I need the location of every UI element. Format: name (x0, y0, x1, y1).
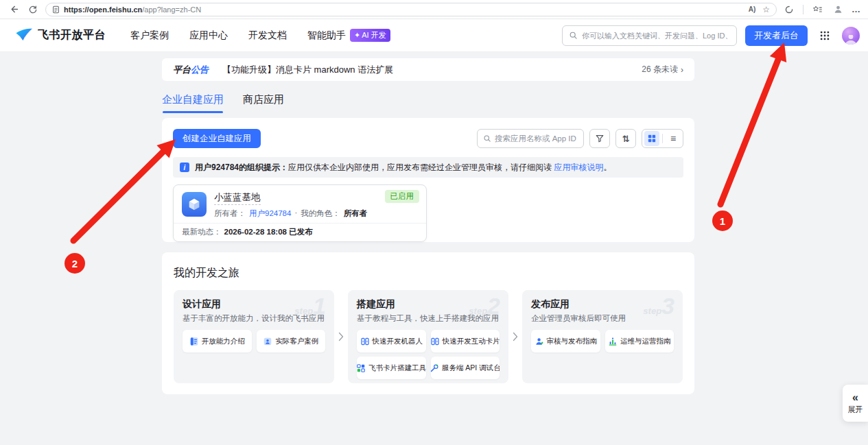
audit-publish-button[interactable]: 审核与发布指南 (531, 330, 600, 352)
svg-text:2: 2 (72, 258, 78, 269)
app-search-input[interactable] (495, 134, 578, 143)
apps-grid-icon[interactable] (816, 27, 834, 45)
svg-text:1: 1 (720, 215, 725, 227)
site-header: 飞书开放平台 客户案例 应用中心 开发文档 智能助手 ✦AI 开发 开发者后台 (0, 19, 868, 52)
sparkle-icon: ✦ (354, 31, 360, 40)
app-list-panel: 创建企业自建应用 ⇅ ≡ i 用户924784的组织提示：应用仅供本 (162, 118, 694, 242)
favorites-hub-icon[interactable] (810, 3, 824, 16)
app-meta: 所有者：用户924784·我的角色：所有者 (214, 208, 367, 219)
app-icon (182, 192, 207, 217)
address-bar[interactable]: https://open.feishu.cn/app?lang=zh-CN A)… (45, 3, 777, 16)
search-icon (483, 134, 491, 143)
search-icon (569, 31, 578, 40)
step-card-publish: step3 发布应用 企业管理员审核后即可使用 审核与发布指南 运维与运营指南 (522, 290, 683, 383)
announcement-tag: 平台公告 (173, 64, 209, 76)
app-card[interactable]: 小蓝蓝基地 所有者：用户924784·我的角色：所有者 已启用 最新动态：202… (173, 184, 427, 242)
feishu-logo-icon (15, 27, 33, 44)
browser-profile-icon[interactable] (831, 3, 845, 16)
doc-icon (189, 337, 199, 346)
grid-view-icon (648, 134, 656, 143)
nav-item-dev-docs[interactable]: 开发文档 (248, 29, 287, 42)
list-view-button[interactable]: ≡ (666, 131, 681, 146)
annotation-badge-1: 1 (712, 211, 733, 231)
create-app-button[interactable]: 创建企业自建应用 (173, 129, 261, 148)
app-activity: 最新动态：2026-02-28 18:08 已发布 (174, 224, 426, 241)
unread-count-link[interactable]: 26 条未读› (642, 64, 683, 75)
brand-logo[interactable]: 飞书开放平台 (15, 27, 106, 44)
step-title: 搭建应用 (357, 298, 500, 311)
tab-store-apps[interactable]: 商店应用 (243, 93, 284, 113)
step-title: 设计应用 (183, 298, 325, 311)
app-type-tabs: 企业自建应用 商店应用 (162, 93, 284, 113)
status-badge: 已启用 (385, 190, 420, 203)
grid-view-button[interactable] (644, 131, 659, 146)
bot-icon (360, 337, 370, 346)
favorite-star-icon[interactable]: ☆ (762, 5, 770, 14)
step-card-design: step1 设计应用 基于丰富的开放能力，设计我的飞书应用 开放能力介绍 实际客… (174, 290, 334, 383)
step-desc: 企业管理员审核后即可使用 (531, 313, 674, 324)
developer-console-button[interactable]: 开发者后台 (745, 25, 808, 46)
audit-person-icon (535, 337, 544, 346)
ops-guide-button[interactable]: 运维与运营指南 (605, 330, 675, 352)
view-mode-toggle: ≡ (642, 129, 683, 148)
platform-announcement-bar[interactable]: 平台公告 【功能升级】消息卡片 markdown 语法扩展 26 条未读› (162, 58, 694, 81)
browser-menu-icon[interactable]: … (852, 4, 861, 14)
toggle-divider (662, 134, 663, 143)
step-card-build: step2 搭建应用 基于教程与工具，快速上手搭建我的应用 快速开发机器人 快速… (348, 290, 508, 383)
cube-icon (187, 197, 202, 212)
step-title: 发布应用 (531, 298, 674, 311)
app-name[interactable]: 小蓝蓝基地 (214, 191, 261, 205)
sort-icon: ⇅ (622, 134, 630, 144)
chevron-right-icon: › (681, 65, 683, 75)
quick-card-button[interactable]: 快速开发互动卡片 (431, 330, 500, 352)
card-builder-icon (357, 363, 366, 373)
nav-item-customer-cases[interactable]: 客户案例 (130, 29, 169, 42)
main-nav: 客户案例 应用中心 开发文档 智能助手 ✦AI 开发 (130, 29, 390, 42)
browser-back-icon[interactable] (7, 3, 21, 16)
filter-button[interactable] (589, 129, 610, 148)
browser-chrome: https://open.feishu.cn/app?lang=zh-CN A)… (0, 0, 868, 19)
step-desc: 基于丰富的开放能力，设计我的飞书应用 (183, 313, 325, 324)
notice-info-icon: i (180, 163, 189, 172)
browser-refresh-icon[interactable] (26, 3, 40, 16)
tab-enterprise-apps[interactable]: 企业自建应用 (162, 93, 224, 113)
api-debug-icon (431, 363, 439, 373)
list-view-icon: ≡ (670, 133, 676, 144)
copilot-icon[interactable] (782, 3, 796, 16)
app-search-box[interactable] (477, 129, 584, 148)
review-guide-link[interactable]: 应用审核说明 (554, 163, 603, 172)
dev-journey-panel: 我的开发之旅 step1 设计应用 基于丰富的开放能力，设计我的飞书应用 开放能… (162, 252, 694, 394)
brand-name: 飞书开放平台 (38, 28, 106, 43)
interactive-card-icon (431, 337, 440, 346)
quick-bot-button[interactable]: 快速开发机器人 (357, 330, 426, 352)
customer-case-button[interactable]: 实际客户案例 (257, 330, 326, 352)
funnel-icon (595, 134, 605, 143)
annotation-arrow-1 (720, 43, 786, 204)
customer-case-icon (263, 337, 272, 346)
nav-item-ai-assistant[interactable]: 智能助手 ✦AI 开发 (307, 29, 390, 42)
sort-button[interactable]: ⇅ (615, 129, 636, 148)
app-owner-link[interactable]: 用户924784 (249, 208, 291, 219)
url-text: https://open.feishu.cn/app?lang=zh-CN (64, 5, 201, 14)
read-aloud-icon[interactable]: A) (749, 5, 756, 13)
header-search-input[interactable] (582, 32, 730, 40)
ops-chart-icon (608, 337, 618, 346)
nav-item-app-center[interactable]: 应用中心 (189, 29, 228, 42)
api-debug-button[interactable]: 服务端 API 调试台 (431, 357, 500, 379)
ai-dev-badge[interactable]: ✦AI 开发 (350, 29, 390, 42)
card-builder-button[interactable]: 飞书卡片搭建工具 (357, 357, 426, 379)
announcement-text[interactable]: 【功能升级】消息卡片 markdown 语法扩展 (222, 64, 393, 76)
user-avatar[interactable] (842, 27, 860, 45)
step-desc: 基于教程与工具，快速上手搭建我的应用 (357, 313, 500, 324)
page-info-icon[interactable] (52, 5, 60, 14)
step-chevron-icon (338, 332, 344, 341)
step-chevron-icon (512, 332, 519, 341)
open-capability-button[interactable]: 开放能力介绍 (183, 330, 252, 352)
expand-label: 展开 (848, 405, 863, 415)
app-toolbar: 创建企业自建应用 ⇅ ≡ (173, 129, 683, 148)
annotation-badge-2: 2 (64, 253, 85, 274)
chrome-divider (803, 5, 804, 14)
journey-title: 我的开发之旅 (174, 266, 683, 280)
header-search-box[interactable] (562, 25, 737, 46)
expand-sidebar-button[interactable]: « 展开 (843, 385, 868, 422)
